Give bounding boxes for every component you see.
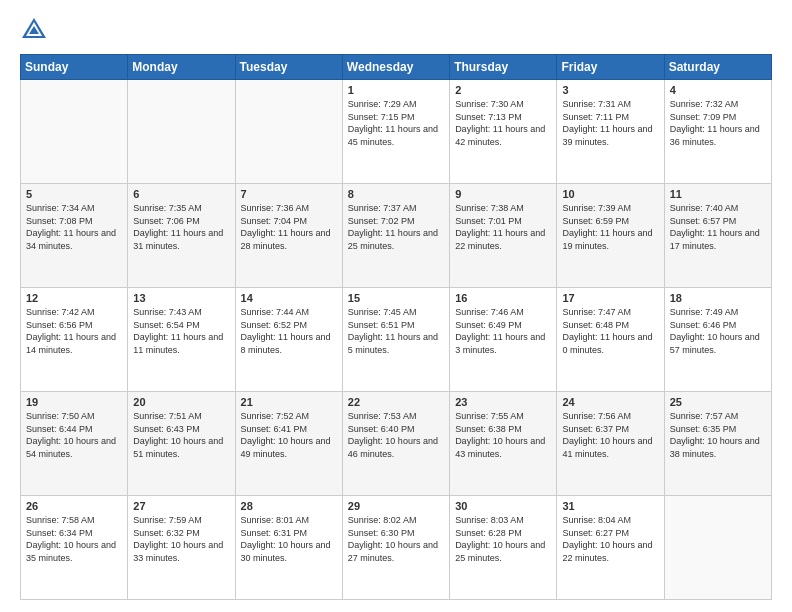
- day-info: Sunrise: 7:52 AM Sunset: 6:41 PM Dayligh…: [241, 410, 337, 460]
- day-number: 9: [455, 188, 551, 200]
- day-info: Sunrise: 7:58 AM Sunset: 6:34 PM Dayligh…: [26, 514, 122, 564]
- day-number: 25: [670, 396, 766, 408]
- day-info: Sunrise: 7:43 AM Sunset: 6:54 PM Dayligh…: [133, 306, 229, 356]
- day-number: 27: [133, 500, 229, 512]
- calendar-cell: 8Sunrise: 7:37 AM Sunset: 7:02 PM Daylig…: [342, 184, 449, 288]
- day-number: 26: [26, 500, 122, 512]
- calendar-cell: 1Sunrise: 7:29 AM Sunset: 7:15 PM Daylig…: [342, 80, 449, 184]
- day-number: 30: [455, 500, 551, 512]
- day-number: 15: [348, 292, 444, 304]
- day-info: Sunrise: 7:47 AM Sunset: 6:48 PM Dayligh…: [562, 306, 658, 356]
- day-info: Sunrise: 7:29 AM Sunset: 7:15 PM Dayligh…: [348, 98, 444, 148]
- day-info: Sunrise: 7:37 AM Sunset: 7:02 PM Dayligh…: [348, 202, 444, 252]
- calendar-week-row: 26Sunrise: 7:58 AM Sunset: 6:34 PM Dayli…: [21, 496, 772, 600]
- calendar-week-row: 5Sunrise: 7:34 AM Sunset: 7:08 PM Daylig…: [21, 184, 772, 288]
- calendar-cell: 3Sunrise: 7:31 AM Sunset: 7:11 PM Daylig…: [557, 80, 664, 184]
- weekday-header: Saturday: [664, 55, 771, 80]
- day-number: 21: [241, 396, 337, 408]
- day-number: 1: [348, 84, 444, 96]
- day-number: 14: [241, 292, 337, 304]
- weekday-header: Monday: [128, 55, 235, 80]
- calendar-cell: 28Sunrise: 8:01 AM Sunset: 6:31 PM Dayli…: [235, 496, 342, 600]
- day-number: 31: [562, 500, 658, 512]
- day-info: Sunrise: 7:46 AM Sunset: 6:49 PM Dayligh…: [455, 306, 551, 356]
- weekday-header: Thursday: [450, 55, 557, 80]
- calendar-cell: 9Sunrise: 7:38 AM Sunset: 7:01 PM Daylig…: [450, 184, 557, 288]
- calendar-week-row: 1Sunrise: 7:29 AM Sunset: 7:15 PM Daylig…: [21, 80, 772, 184]
- calendar-cell: 30Sunrise: 8:03 AM Sunset: 6:28 PM Dayli…: [450, 496, 557, 600]
- day-info: Sunrise: 7:40 AM Sunset: 6:57 PM Dayligh…: [670, 202, 766, 252]
- calendar-cell: 17Sunrise: 7:47 AM Sunset: 6:48 PM Dayli…: [557, 288, 664, 392]
- calendar-cell: 22Sunrise: 7:53 AM Sunset: 6:40 PM Dayli…: [342, 392, 449, 496]
- day-info: Sunrise: 7:34 AM Sunset: 7:08 PM Dayligh…: [26, 202, 122, 252]
- page: SundayMondayTuesdayWednesdayThursdayFrid…: [0, 0, 792, 612]
- day-number: 29: [348, 500, 444, 512]
- calendar-cell: 7Sunrise: 7:36 AM Sunset: 7:04 PM Daylig…: [235, 184, 342, 288]
- day-info: Sunrise: 7:38 AM Sunset: 7:01 PM Dayligh…: [455, 202, 551, 252]
- calendar-cell: [128, 80, 235, 184]
- calendar-cell: 31Sunrise: 8:04 AM Sunset: 6:27 PM Dayli…: [557, 496, 664, 600]
- day-number: 16: [455, 292, 551, 304]
- day-info: Sunrise: 7:35 AM Sunset: 7:06 PM Dayligh…: [133, 202, 229, 252]
- calendar-cell: 12Sunrise: 7:42 AM Sunset: 6:56 PM Dayli…: [21, 288, 128, 392]
- day-number: 28: [241, 500, 337, 512]
- day-info: Sunrise: 7:59 AM Sunset: 6:32 PM Dayligh…: [133, 514, 229, 564]
- calendar-cell: 23Sunrise: 7:55 AM Sunset: 6:38 PM Dayli…: [450, 392, 557, 496]
- day-number: 24: [562, 396, 658, 408]
- day-info: Sunrise: 7:31 AM Sunset: 7:11 PM Dayligh…: [562, 98, 658, 148]
- day-number: 2: [455, 84, 551, 96]
- day-info: Sunrise: 7:30 AM Sunset: 7:13 PM Dayligh…: [455, 98, 551, 148]
- day-number: 22: [348, 396, 444, 408]
- logo-icon: [20, 16, 48, 44]
- weekday-header: Wednesday: [342, 55, 449, 80]
- calendar-cell: [664, 496, 771, 600]
- day-number: 4: [670, 84, 766, 96]
- day-info: Sunrise: 8:03 AM Sunset: 6:28 PM Dayligh…: [455, 514, 551, 564]
- weekday-header: Tuesday: [235, 55, 342, 80]
- day-info: Sunrise: 8:02 AM Sunset: 6:30 PM Dayligh…: [348, 514, 444, 564]
- calendar-cell: 16Sunrise: 7:46 AM Sunset: 6:49 PM Dayli…: [450, 288, 557, 392]
- calendar-cell: 15Sunrise: 7:45 AM Sunset: 6:51 PM Dayli…: [342, 288, 449, 392]
- day-info: Sunrise: 7:57 AM Sunset: 6:35 PM Dayligh…: [670, 410, 766, 460]
- calendar-cell: 20Sunrise: 7:51 AM Sunset: 6:43 PM Dayli…: [128, 392, 235, 496]
- day-number: 5: [26, 188, 122, 200]
- day-number: 12: [26, 292, 122, 304]
- day-number: 8: [348, 188, 444, 200]
- calendar-cell: 19Sunrise: 7:50 AM Sunset: 6:44 PM Dayli…: [21, 392, 128, 496]
- day-info: Sunrise: 7:39 AM Sunset: 6:59 PM Dayligh…: [562, 202, 658, 252]
- calendar-cell: 4Sunrise: 7:32 AM Sunset: 7:09 PM Daylig…: [664, 80, 771, 184]
- header: [20, 16, 772, 44]
- day-number: 17: [562, 292, 658, 304]
- day-info: Sunrise: 7:55 AM Sunset: 6:38 PM Dayligh…: [455, 410, 551, 460]
- calendar-cell: 26Sunrise: 7:58 AM Sunset: 6:34 PM Dayli…: [21, 496, 128, 600]
- calendar-cell: 27Sunrise: 7:59 AM Sunset: 6:32 PM Dayli…: [128, 496, 235, 600]
- day-info: Sunrise: 7:49 AM Sunset: 6:46 PM Dayligh…: [670, 306, 766, 356]
- day-info: Sunrise: 7:36 AM Sunset: 7:04 PM Dayligh…: [241, 202, 337, 252]
- calendar-cell: 11Sunrise: 7:40 AM Sunset: 6:57 PM Dayli…: [664, 184, 771, 288]
- calendar-cell: 6Sunrise: 7:35 AM Sunset: 7:06 PM Daylig…: [128, 184, 235, 288]
- day-number: 6: [133, 188, 229, 200]
- day-info: Sunrise: 7:44 AM Sunset: 6:52 PM Dayligh…: [241, 306, 337, 356]
- day-info: Sunrise: 8:04 AM Sunset: 6:27 PM Dayligh…: [562, 514, 658, 564]
- day-number: 10: [562, 188, 658, 200]
- calendar-cell: 5Sunrise: 7:34 AM Sunset: 7:08 PM Daylig…: [21, 184, 128, 288]
- calendar-cell: 18Sunrise: 7:49 AM Sunset: 6:46 PM Dayli…: [664, 288, 771, 392]
- day-number: 20: [133, 396, 229, 408]
- calendar-cell: [21, 80, 128, 184]
- day-number: 3: [562, 84, 658, 96]
- calendar-week-row: 19Sunrise: 7:50 AM Sunset: 6:44 PM Dayli…: [21, 392, 772, 496]
- day-info: Sunrise: 7:50 AM Sunset: 6:44 PM Dayligh…: [26, 410, 122, 460]
- calendar-cell: 13Sunrise: 7:43 AM Sunset: 6:54 PM Dayli…: [128, 288, 235, 392]
- day-number: 7: [241, 188, 337, 200]
- day-info: Sunrise: 7:56 AM Sunset: 6:37 PM Dayligh…: [562, 410, 658, 460]
- weekday-header: Sunday: [21, 55, 128, 80]
- logo: [20, 16, 52, 44]
- day-info: Sunrise: 7:42 AM Sunset: 6:56 PM Dayligh…: [26, 306, 122, 356]
- calendar-table: SundayMondayTuesdayWednesdayThursdayFrid…: [20, 54, 772, 600]
- calendar-cell: 14Sunrise: 7:44 AM Sunset: 6:52 PM Dayli…: [235, 288, 342, 392]
- day-number: 18: [670, 292, 766, 304]
- day-number: 23: [455, 396, 551, 408]
- calendar-cell: 2Sunrise: 7:30 AM Sunset: 7:13 PM Daylig…: [450, 80, 557, 184]
- calendar-cell: 24Sunrise: 7:56 AM Sunset: 6:37 PM Dayli…: [557, 392, 664, 496]
- calendar-cell: [235, 80, 342, 184]
